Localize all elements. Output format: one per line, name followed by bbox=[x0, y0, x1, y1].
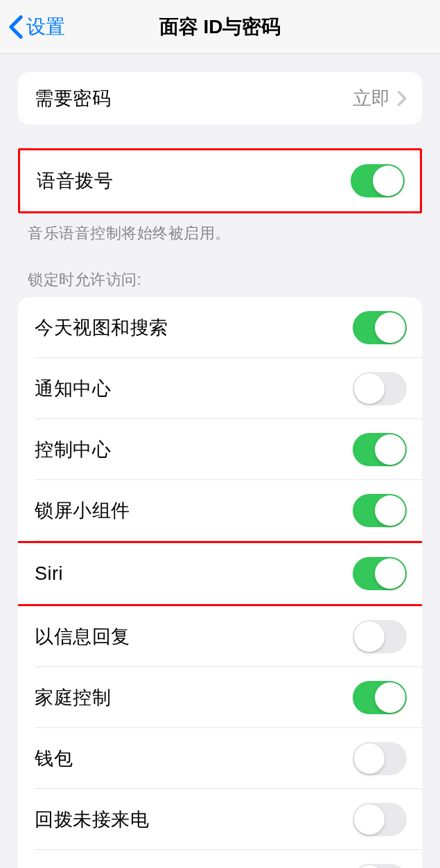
lock-access-toggle[interactable] bbox=[353, 803, 407, 836]
toggle-knob bbox=[375, 434, 405, 465]
page-title: 面容 ID与密码 bbox=[159, 14, 281, 40]
lock-access-row: 锁屏小组件 bbox=[18, 480, 422, 541]
lock-access-toggle[interactable] bbox=[353, 864, 407, 868]
lock-access-toggle[interactable] bbox=[353, 311, 407, 344]
toggle-knob bbox=[354, 865, 385, 868]
content: 需要密码 立即 语音拨号 音乐语 bbox=[0, 54, 440, 868]
lock-access-row: 控制中心 bbox=[18, 419, 422, 480]
toggle-knob bbox=[354, 743, 385, 774]
lock-access-row: USB配件 bbox=[18, 850, 422, 868]
lock-access-label: 以信息回复 bbox=[35, 624, 130, 649]
lock-access-toggle[interactable] bbox=[353, 681, 407, 714]
lock-access-label: 今天视图和搜索 bbox=[35, 315, 168, 340]
lock-access-label: Siri bbox=[35, 563, 63, 585]
lock-access-toggle[interactable] bbox=[353, 372, 407, 405]
lock-access-label: 回拨未接来电 bbox=[35, 807, 149, 832]
siri-highlight: Siri bbox=[18, 541, 422, 606]
toggle-knob bbox=[373, 166, 403, 196]
voice-dial-highlight: 语音拨号 bbox=[18, 148, 422, 213]
lock-access-row: Siri bbox=[18, 543, 422, 604]
chevron-left-icon bbox=[8, 15, 24, 39]
toggle-knob bbox=[354, 621, 385, 652]
lock-access-label: 控制中心 bbox=[35, 437, 111, 462]
lock-access-row: 回拨未接来电 bbox=[18, 789, 422, 850]
lock-access-label: 钱包 bbox=[35, 746, 73, 771]
navigation-bar: 设置 面容 ID与密码 bbox=[0, 0, 440, 54]
toggle-knob bbox=[375, 682, 405, 713]
lock-access-label: 锁屏小组件 bbox=[35, 498, 130, 523]
lock-access-toggle[interactable] bbox=[353, 557, 407, 590]
chevron-right-icon bbox=[397, 90, 407, 107]
lock-access-toggle[interactable] bbox=[353, 620, 407, 653]
lock-access-row: 以信息回复 bbox=[18, 606, 422, 667]
back-button[interactable]: 设置 bbox=[8, 14, 65, 40]
lock-access-row: 今天视图和搜索 bbox=[18, 297, 422, 358]
back-label: 设置 bbox=[26, 14, 65, 40]
lock-access-row: 家庭控制 bbox=[18, 667, 422, 728]
passcode-required-group: 需要密码 立即 bbox=[18, 72, 422, 125]
lock-access-toggle[interactable] bbox=[353, 742, 407, 775]
voice-dial-footer: 音乐语音控制将始终被启用。 bbox=[28, 222, 412, 245]
lock-access-row: 钱包 bbox=[18, 728, 422, 789]
voice-dial-row: 语音拨号 bbox=[20, 150, 420, 211]
lock-access-header: 锁定时允许访问: bbox=[28, 269, 412, 290]
toggle-knob bbox=[375, 495, 405, 526]
lock-access-row: 通知中心 bbox=[18, 358, 422, 419]
require-passcode-label: 需要密码 bbox=[35, 86, 111, 111]
require-passcode-row[interactable]: 需要密码 立即 bbox=[18, 72, 422, 125]
voice-dial-toggle[interactable] bbox=[351, 164, 405, 197]
require-passcode-value: 立即 bbox=[353, 86, 390, 111]
lock-access-group: 今天视图和搜索通知中心控制中心锁屏小组件Siri以信息回复家庭控制钱包回拨未接来… bbox=[18, 297, 422, 868]
toggle-knob bbox=[375, 558, 405, 589]
voice-dial-label: 语音拨号 bbox=[37, 168, 113, 193]
toggle-knob bbox=[375, 312, 405, 343]
lock-access-toggle[interactable] bbox=[353, 494, 407, 527]
lock-access-label: 通知中心 bbox=[35, 376, 111, 401]
toggle-knob bbox=[354, 804, 385, 835]
lock-access-label: 家庭控制 bbox=[35, 685, 111, 710]
toggle-knob bbox=[354, 373, 385, 404]
lock-access-toggle[interactable] bbox=[353, 433, 407, 466]
